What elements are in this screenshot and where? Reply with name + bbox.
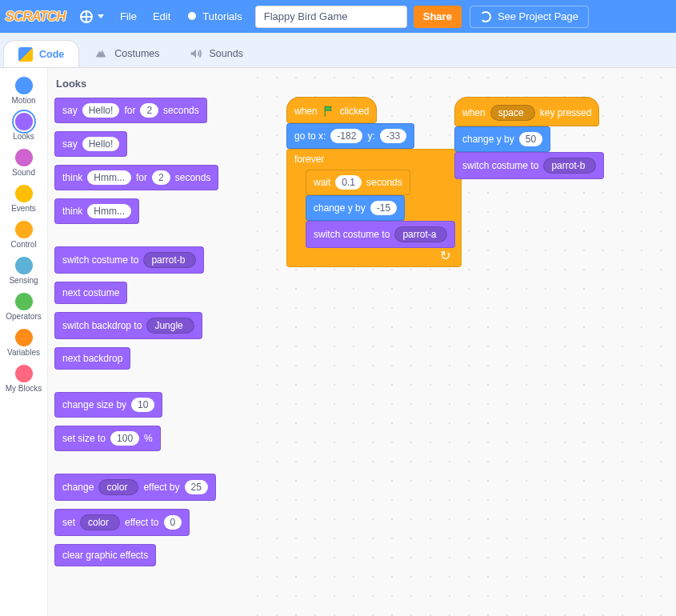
loop-icon: ↻ bbox=[440, 248, 450, 263]
category-dot bbox=[15, 77, 33, 94]
category-label: Control bbox=[10, 240, 36, 249]
effect-dropdown[interactable]: color bbox=[98, 479, 138, 495]
block-wait[interactable]: wait 0.1 seconds bbox=[306, 170, 410, 195]
category-label: Variables bbox=[7, 348, 40, 357]
block-switch-costume[interactable]: switch costume to parrot-b bbox=[454, 152, 604, 179]
block-say[interactable]: say Hello! bbox=[54, 131, 127, 157]
block-switch-costume[interactable]: switch costume to parrot-b bbox=[54, 246, 204, 274]
share-button[interactable]: Share bbox=[414, 6, 462, 28]
script-when-flag-clicked[interactable]: when clicked go to x: -182 y: -33 foreve… bbox=[286, 97, 462, 267]
costume-dropdown[interactable]: parrot-b bbox=[143, 252, 196, 268]
costumes-icon bbox=[94, 46, 108, 61]
refresh-icon bbox=[480, 11, 491, 22]
block-say-for-secs[interactable]: say Hello! for 2 seconds bbox=[54, 98, 207, 123]
tutorials-button[interactable]: Tutorials bbox=[178, 0, 250, 33]
editor-tabs: Code Costumes Sounds bbox=[0, 33, 676, 68]
lightbulb-icon bbox=[186, 11, 198, 22]
file-label: File bbox=[120, 10, 137, 22]
category-dot bbox=[15, 257, 33, 274]
file-menu[interactable]: File bbox=[112, 0, 145, 33]
scripts-workspace[interactable]: when clicked go to x: -182 y: -33 foreve… bbox=[248, 68, 676, 616]
category-label: Sound bbox=[12, 168, 35, 177]
script-when-key-pressed[interactable]: when space key pressed change y by 50 sw… bbox=[454, 97, 604, 179]
category-sensing[interactable]: Sensing bbox=[0, 253, 47, 289]
category-operators[interactable]: Operators bbox=[0, 289, 47, 325]
key-dropdown[interactable]: space bbox=[490, 105, 535, 121]
editor-main: MotionLooksSoundEventsControlSensingOper… bbox=[0, 68, 676, 616]
see-project-button[interactable]: See Project Page bbox=[470, 6, 589, 28]
globe-icon bbox=[80, 10, 93, 23]
block-change-y[interactable]: change y by -15 bbox=[306, 195, 405, 221]
block-change-size[interactable]: change size by 10 bbox=[54, 392, 162, 418]
category-label: Events bbox=[11, 204, 36, 213]
block-set-effect[interactable]: set color effect to 0 bbox=[54, 509, 190, 536]
category-label: Operators bbox=[6, 312, 41, 321]
green-flag-icon bbox=[322, 105, 335, 118]
language-menu[interactable] bbox=[72, 0, 112, 33]
category-dot bbox=[15, 293, 33, 310]
block-when-key-pressed[interactable]: when space key pressed bbox=[454, 97, 599, 126]
category-dot bbox=[15, 185, 33, 202]
block-next-costume[interactable]: next costume bbox=[54, 282, 127, 304]
category-control[interactable]: Control bbox=[0, 217, 47, 253]
block-switch-costume[interactable]: switch costume to parrot-a bbox=[306, 221, 455, 248]
edit-label: Edit bbox=[153, 10, 170, 22]
block-go-to-xy[interactable]: go to x: -182 y: -33 bbox=[286, 123, 414, 149]
block-palette[interactable]: Looks say Hello! for 2 seconds say Hello… bbox=[48, 68, 248, 616]
chevron-down-icon bbox=[98, 14, 104, 18]
edit-menu[interactable]: Edit bbox=[145, 0, 178, 33]
category-motion[interactable]: Motion bbox=[0, 73, 47, 109]
block-change-effect[interactable]: change color effect by 25 bbox=[54, 474, 216, 501]
tutorials-label: Tutorials bbox=[202, 10, 242, 22]
block-set-size[interactable]: set size to 100 % bbox=[54, 426, 161, 451]
block-when-flag-clicked[interactable]: when clicked bbox=[286, 97, 377, 123]
tab-code[interactable]: Code bbox=[3, 40, 79, 67]
category-dot bbox=[15, 113, 33, 130]
block-think-for-secs[interactable]: think Hmm... for 2 seconds bbox=[54, 165, 218, 190]
tab-costumes[interactable]: Costumes bbox=[79, 40, 174, 67]
category-dot bbox=[15, 221, 33, 238]
tab-sounds[interactable]: Sounds bbox=[174, 40, 258, 67]
tab-sounds-label: Sounds bbox=[210, 48, 243, 59]
category-sound[interactable]: Sound bbox=[0, 145, 47, 181]
category-events[interactable]: Events bbox=[0, 181, 47, 217]
block-switch-backdrop[interactable]: switch backdrop to Jungle bbox=[54, 312, 202, 339]
category-label: Motion bbox=[11, 96, 35, 105]
block-forever[interactable]: forever wait 0.1 seconds change y by -15 bbox=[286, 149, 462, 267]
category-dot bbox=[15, 329, 33, 346]
block-next-backdrop[interactable]: next backdrop bbox=[54, 347, 130, 370]
block-think[interactable]: think Hmm... bbox=[54, 198, 139, 224]
palette-title: Looks bbox=[56, 78, 242, 90]
tab-costumes-label: Costumes bbox=[114, 48, 159, 59]
category-myblocks[interactable]: My Blocks bbox=[0, 361, 47, 397]
category-label: Sensing bbox=[9, 276, 38, 285]
category-dot bbox=[15, 365, 33, 382]
backdrop-dropdown[interactable]: Jungle bbox=[146, 318, 194, 334]
tab-code-label: Code bbox=[39, 49, 64, 60]
category-label: My Blocks bbox=[6, 384, 42, 393]
category-variables[interactable]: Variables bbox=[0, 325, 47, 361]
menubar: SCRATCH File Edit Tutorials Share See Pr… bbox=[0, 0, 676, 33]
costume-dropdown[interactable]: parrot-b bbox=[543, 158, 596, 174]
see-project-label: See Project Page bbox=[498, 10, 578, 22]
block-category-list: MotionLooksSoundEventsControlSensingOper… bbox=[0, 68, 48, 616]
share-label: Share bbox=[423, 10, 452, 22]
category-looks[interactable]: Looks bbox=[0, 109, 47, 145]
scratch-logo[interactable]: SCRATCH bbox=[6, 6, 64, 26]
project-title-field bbox=[255, 6, 407, 28]
category-dot bbox=[15, 149, 33, 166]
project-title-input[interactable] bbox=[255, 6, 407, 28]
block-clear-effects[interactable]: clear graphic effects bbox=[54, 544, 156, 566]
category-label: Looks bbox=[13, 132, 34, 141]
sounds-icon bbox=[189, 46, 203, 61]
effect-dropdown[interactable]: color bbox=[80, 514, 120, 530]
costume-dropdown[interactable]: parrot-a bbox=[394, 226, 447, 242]
code-icon bbox=[18, 47, 33, 62]
block-change-y[interactable]: change y by 50 bbox=[454, 126, 550, 152]
